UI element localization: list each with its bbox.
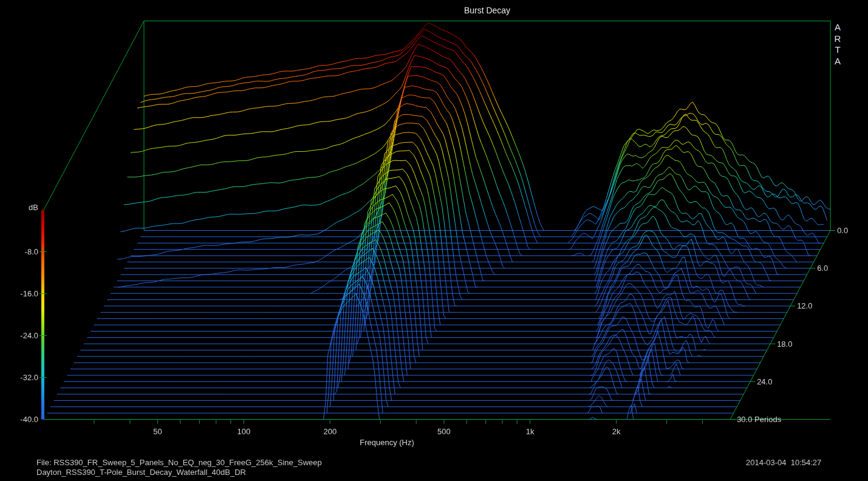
period-tick-label-0: 0.0	[837, 226, 848, 235]
db-tick-label--8.0: -8.0	[12, 247, 38, 256]
arta-watermark-letter-1: R	[833, 34, 842, 43]
period-tick-label-18: 18.0	[777, 339, 792, 349]
freq-tick-label-100: 100	[238, 427, 251, 436]
x-axis-title: Frequency (Hz)	[360, 438, 414, 447]
freq-tick-label-200: 200	[323, 427, 337, 436]
freq-tick-label-50: 50	[153, 427, 162, 436]
period-tick-label-30: 30.0 Periods	[737, 415, 781, 424]
arta-watermark-letter-3: A	[833, 56, 842, 66]
footer-file-line-1: File: RSS390_FR_Sweep_5_Panels_No_EQ_neg…	[36, 458, 322, 467]
colorbar-unit-label: dB	[12, 203, 38, 212]
db-tick-label--16.0: -16.0	[12, 289, 38, 298]
waterfall-plot-canvas	[0, 0, 868, 481]
period-tick-label-24: 24.0	[757, 377, 772, 386]
plot-title: Burst Decay	[414, 6, 560, 15]
arta-burst-decay-window: Burst Decay ARTA dB 501002005001k2k-8.0-…	[0, 0, 868, 481]
footer-file-line-2: Dayton_RSS390_T-Pole_Burst_Decay_Waterfa…	[36, 468, 246, 477]
freq-tick-label-1k: 1k	[526, 427, 535, 436]
arta-watermark-letter-0: A	[833, 22, 842, 32]
freq-tick-label-2k: 2k	[612, 427, 621, 436]
freq-tick-label-500: 500	[437, 427, 451, 436]
period-tick-label-6: 6.0	[817, 264, 828, 273]
db-tick-label--40.0: -40.0	[12, 415, 38, 424]
period-tick-label-12: 12.0	[797, 301, 812, 310]
arta-watermark-letter-2: T	[833, 45, 842, 54]
db-tick-label--32.0: -32.0	[12, 373, 38, 382]
db-tick-label--24.0: -24.0	[12, 331, 38, 340]
footer-datetime: 2014-03-04 10:54:27	[746, 458, 821, 467]
